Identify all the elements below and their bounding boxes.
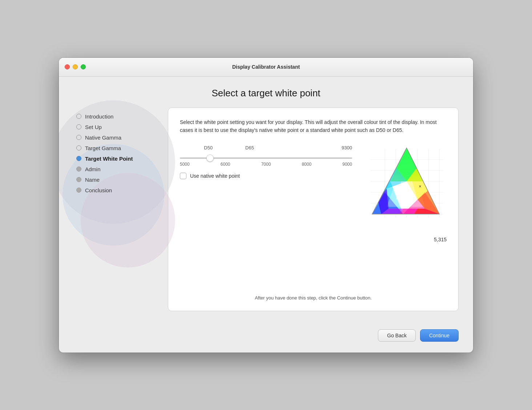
minimize-button[interactable] [73, 64, 78, 69]
sidebar-dot-conclusion [76, 188, 81, 193]
go-back-button[interactable]: Go Back [378, 329, 416, 342]
content-area: Select a target white point Introduction… [59, 77, 473, 322]
slider-area: D50 D65 9300 5000 6000 7000 8000 90 [180, 145, 447, 225]
close-button[interactable] [65, 64, 70, 69]
sidebar-label-target-white-point: Target White Point [85, 156, 133, 162]
sidebar-item-native-gamma[interactable]: Native Gamma [73, 132, 157, 143]
sidebar-item-target-white-point[interactable]: Target White Point [73, 153, 157, 164]
app-window: Display Calibrator Assistant Select a ta… [59, 58, 473, 353]
native-white-point-label: Use native white point [190, 173, 240, 179]
white-point-slider[interactable] [180, 157, 352, 159]
window-title: Display Calibrator Assistant [232, 64, 300, 70]
panel-description: Select the white point setting you want … [180, 118, 447, 134]
current-value-display: 5,315 [180, 237, 447, 242]
sidebar-item-conclusion[interactable]: Conclusion [73, 185, 157, 196]
slider-bottom-label-6000: 6000 [221, 162, 230, 167]
slider-top-labels: D50 D65 9300 [180, 145, 352, 152]
sidebar-dot-target-white-point [76, 156, 81, 161]
slider-bottom-label-7000: 7000 [261, 162, 271, 167]
slider-label-d65: D65 [245, 145, 254, 150]
slider-bottom-labels: 5000 6000 7000 8000 9000 [180, 162, 352, 167]
native-white-point-checkbox[interactable] [180, 173, 186, 179]
sidebar-label-name: Name [85, 177, 100, 183]
cie-diagram: × [367, 145, 447, 225]
sidebar-item-introduction[interactable]: Introduction [73, 111, 157, 122]
after-text: After you have done this step, click the… [180, 288, 447, 301]
current-value: 5,315 [434, 237, 447, 242]
titlebar: Display Calibrator Assistant [59, 58, 473, 77]
sidebar-dot-target-gamma [76, 145, 81, 150]
sidebar-item-admin[interactable]: Admin [73, 164, 157, 174]
cie-svg: × [367, 145, 447, 225]
slider-label-9300: 9300 [342, 145, 352, 150]
sidebar-item-setup[interactable]: Set Up [73, 122, 157, 132]
sidebar-label-setup: Set Up [85, 124, 102, 130]
sidebar-dot-native-gamma [76, 135, 81, 140]
slider-bottom-label-9000: 9000 [342, 162, 352, 167]
continue-button[interactable]: Continue [420, 329, 459, 342]
sidebar-item-name[interactable]: Name [73, 174, 157, 185]
slider-bottom-label-8000: 8000 [302, 162, 311, 167]
sidebar-label-target-gamma: Target Gamma [85, 145, 121, 151]
traffic-lights [65, 64, 86, 69]
sidebar-dot-name [76, 177, 81, 182]
white-point-marker: × [419, 184, 421, 189]
page-heading: Select a target white point [73, 88, 459, 99]
slider-section: D50 D65 9300 5000 6000 7000 8000 90 [180, 145, 352, 179]
sidebar-label-conclusion: Conclusion [85, 187, 112, 193]
main-panel: Select the white point setting you want … [168, 108, 459, 311]
checkbox-area: Use native white point [180, 173, 352, 179]
sidebar-dot-introduction [76, 114, 81, 119]
sidebar-dot-admin [76, 166, 81, 172]
slider-label-d50: D50 [204, 145, 213, 150]
sidebar-dot-setup [76, 124, 81, 129]
sidebar-item-target-gamma[interactable]: Target Gamma [73, 143, 157, 153]
sidebar: Introduction Set Up Native Gamma Target … [73, 108, 157, 311]
maximize-button[interactable] [81, 64, 86, 69]
footer: Go Back Continue [59, 322, 473, 353]
main-area: Introduction Set Up Native Gamma Target … [73, 108, 459, 311]
sidebar-label-introduction: Introduction [85, 113, 113, 120]
sidebar-label-admin: Admin [85, 166, 101, 172]
sidebar-label-native-gamma: Native Gamma [85, 134, 121, 141]
slider-bottom-label-5000: 5000 [180, 162, 190, 167]
